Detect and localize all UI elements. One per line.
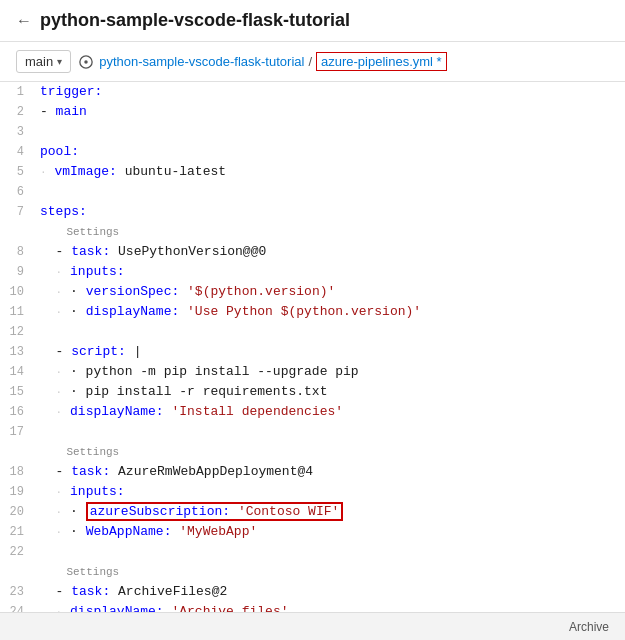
code-line: 2- main — [0, 102, 625, 122]
line-number: 3 — [0, 122, 36, 142]
back-button[interactable]: ← — [16, 12, 32, 30]
line-content: - script: | — [36, 342, 625, 362]
line-number: 8 — [0, 242, 36, 262]
code-line: 20 · · azureSubscription: 'Contoso WIF' — [0, 502, 625, 522]
code-line: 19 · inputs: — [0, 482, 625, 502]
breadcrumb: python-sample-vscode-flask-tutorial / az… — [79, 52, 447, 71]
line-number: 15 — [0, 382, 36, 402]
code-line: 4pool: — [0, 142, 625, 162]
code-line: 18 - task: AzureRmWebAppDeployment@4 — [0, 462, 625, 482]
line-content: steps: — [36, 202, 625, 222]
line-content: trigger: — [36, 82, 625, 102]
line-number: 17 — [0, 422, 36, 442]
line-number: 14 — [0, 362, 36, 382]
branch-selector[interactable]: main ▾ — [16, 50, 71, 73]
line-content: · inputs: — [36, 482, 625, 502]
line-number: 6 — [0, 182, 36, 202]
line-number: 9 — [0, 262, 36, 282]
line-content: · displayName: 'Install dependencies' — [36, 402, 625, 422]
line-content: - main — [36, 102, 625, 122]
line-number: 12 — [0, 322, 36, 342]
line-content: · · WebAppName: 'MyWebApp' — [36, 522, 625, 542]
line-content: Settings — [36, 222, 625, 242]
branch-label: main — [25, 54, 53, 69]
code-line: 8 - task: UsePythonVersion@@0 — [0, 242, 625, 262]
code-line: 5· vmImage: ubuntu-latest — [0, 162, 625, 182]
line-content: Settings — [36, 442, 625, 462]
code-line: 13 - script: | — [0, 342, 625, 362]
code-line: 11 · · displayName: 'Use Python $(python… — [0, 302, 625, 322]
code-line: 7steps: — [0, 202, 625, 222]
header: ← python-sample-vscode-flask-tutorial — [0, 0, 625, 42]
code-line: Settings — [0, 562, 625, 582]
code-line: Settings — [0, 442, 625, 462]
code-line: 10 · · versionSpec: '$(python.version)' — [0, 282, 625, 302]
line-number: 10 — [0, 282, 36, 302]
breadcrumb-repo-link[interactable]: python-sample-vscode-flask-tutorial — [99, 54, 304, 69]
line-content: · vmImage: ubuntu-latest — [36, 162, 625, 182]
archive-label: Archive — [569, 620, 609, 634]
chevron-down-icon: ▾ — [57, 56, 62, 67]
line-number: 1 — [0, 82, 36, 102]
line-content: · inputs: — [36, 262, 625, 282]
line-number: 16 — [0, 402, 36, 422]
line-content: · · azureSubscription: 'Contoso WIF' — [36, 502, 625, 522]
breadcrumb-separator: / — [308, 54, 312, 69]
line-content: - task: AzureRmWebAppDeployment@4 — [36, 462, 625, 482]
code-line: 21 · · WebAppName: 'MyWebApp' — [0, 522, 625, 542]
line-number: 22 — [0, 542, 36, 562]
line-content: · · displayName: 'Use Python $(python.ve… — [36, 302, 625, 322]
line-number: 7 — [0, 202, 36, 222]
code-editor: 1trigger:2- main34pool:5· vmImage: ubunt… — [0, 82, 625, 617]
line-number: 18 — [0, 462, 36, 482]
line-number: 23 — [0, 582, 36, 602]
code-line: 14 · · python -m pip install --upgrade p… — [0, 362, 625, 382]
line-number: 20 — [0, 502, 36, 522]
line-content: pool: — [36, 142, 625, 162]
code-line: 17 — [0, 422, 625, 442]
code-line: 1trigger: — [0, 82, 625, 102]
code-line: 15 · · pip install -r requirements.txt — [0, 382, 625, 402]
line-content: - task: UsePythonVersion@@0 — [36, 242, 625, 262]
code-line: Settings — [0, 222, 625, 242]
bottom-bar: Archive — [0, 612, 625, 640]
line-number: 4 — [0, 142, 36, 162]
line-number: 2 — [0, 102, 36, 122]
code-line: 22 — [0, 542, 625, 562]
line-number: 5 — [0, 162, 36, 182]
code-line: 3 — [0, 122, 625, 142]
line-content: · · versionSpec: '$(python.version)' — [36, 282, 625, 302]
repo-title: python-sample-vscode-flask-tutorial — [40, 10, 350, 31]
line-content: · · python -m pip install --upgrade pip — [36, 362, 625, 382]
repo-icon — [79, 55, 93, 69]
line-content: Settings — [36, 562, 625, 582]
toolbar: main ▾ python-sample-vscode-flask-tutori… — [0, 42, 625, 82]
code-line: 6 — [0, 182, 625, 202]
line-number: 21 — [0, 522, 36, 542]
code-line: 9 · inputs: — [0, 262, 625, 282]
code-line: 16 · displayName: 'Install dependencies' — [0, 402, 625, 422]
line-number: 11 — [0, 302, 36, 322]
line-content: · · pip install -r requirements.txt — [36, 382, 625, 402]
code-line: 12 — [0, 322, 625, 342]
code-line: 23 - task: ArchiveFiles@2 — [0, 582, 625, 602]
line-content: - task: ArchiveFiles@2 — [36, 582, 625, 602]
breadcrumb-file[interactable]: azure-pipelines.yml * — [316, 52, 447, 71]
svg-point-1 — [84, 60, 88, 64]
line-number: 19 — [0, 482, 36, 502]
line-number: 13 — [0, 342, 36, 362]
